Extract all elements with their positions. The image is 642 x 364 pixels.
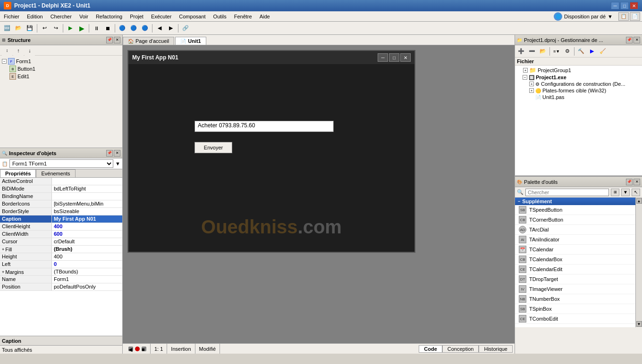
- pm-expand-btn-0[interactable]: +: [523, 68, 528, 73]
- oi-row-margins[interactable]: +Margins (TBounds): [0, 268, 122, 276]
- palette-item-calendaredit[interactable]: CE TCalendarEdit: [515, 265, 635, 274]
- menu-chercher[interactable]: Chercher: [47, 13, 76, 20]
- close-button[interactable]: ✕: [630, 2, 638, 9]
- oi-val-borderstyle[interactable]: bsSizeable: [52, 208, 122, 215]
- back-button[interactable]: ◀: [154, 23, 165, 33]
- palette-controls[interactable]: 📌 ✕: [626, 179, 640, 185]
- form-close-button[interactable]: ✕: [400, 53, 411, 62]
- open-button[interactable]: 📂: [13, 23, 24, 33]
- pm-item-platforms[interactable]: + 🟡 Plates-formes cible (Win32): [516, 87, 641, 94]
- stop-button[interactable]: ⏹: [102, 23, 113, 33]
- form-max-button[interactable]: □: [389, 53, 399, 62]
- oi-val-caption[interactable]: My First App N01: [52, 215, 122, 223]
- pm-controls[interactable]: 📌 ✕: [626, 37, 640, 43]
- menu-refactoring[interactable]: Refactoring: [92, 13, 126, 20]
- pm-expand-btn-2[interactable]: +: [529, 82, 534, 86]
- menu-composant[interactable]: Composant: [175, 13, 209, 20]
- oi-val-name[interactable]: Form1: [52, 276, 122, 283]
- palette-close-button[interactable]: ✕: [634, 179, 640, 185]
- status-tab-conception[interactable]: Conception: [442, 345, 479, 353]
- pm-item-projectgroup[interactable]: + 📁 ProjectGroup1: [516, 66, 641, 74]
- structure-pin-button[interactable]: 📌: [106, 37, 113, 43]
- pm-folder-button[interactable]: 📂: [538, 46, 548, 57]
- status-stop-button[interactable]: ■: [142, 347, 146, 351]
- palette-item-calendarbox[interactable]: CB TCalendarBox: [515, 255, 635, 265]
- oi-val-fill[interactable]: (Brush): [52, 246, 122, 253]
- toolbar-btn2[interactable]: 📄: [630, 12, 640, 21]
- oi-row-activecontrol[interactable]: ActiveControl: [0, 178, 122, 185]
- pm-pin-button[interactable]: 📌: [626, 37, 633, 43]
- palette-item-calendar[interactable]: 📅 TCalendar: [515, 245, 635, 255]
- menu-outils[interactable]: Outils: [210, 13, 230, 20]
- oi-val-clientwidth[interactable]: 600: [52, 231, 122, 238]
- oi-row-height[interactable]: Height 400: [0, 253, 122, 261]
- oi-val-activecontrol[interactable]: [52, 178, 122, 185]
- menu-fenetre[interactable]: Fenêtre: [230, 13, 256, 20]
- oi-val-bidimode[interactable]: bdLeftToRight: [52, 185, 122, 192]
- oi-selector[interactable]: 📋 Form1 TForm1 ▼: [0, 158, 122, 169]
- title-bar-controls[interactable]: ─ □ ✕: [611, 2, 638, 9]
- tab-unit1[interactable]: 📄 Unit1: [175, 37, 206, 45]
- new-button[interactable]: 🆕: [2, 23, 12, 33]
- pause-button[interactable]: ⏸: [91, 23, 101, 33]
- oi-close-button[interactable]: ✕: [114, 150, 120, 157]
- pm-remove-button[interactable]: ➖: [527, 46, 537, 57]
- pm-item-unit1[interactable]: 📄 Unit1.pas: [516, 94, 641, 100]
- tree-item-edit1[interactable]: E Edit1: [2, 73, 120, 80]
- palette-item-comboedit[interactable]: CE TComboEdit: [515, 314, 635, 324]
- oi-val-clientheight[interactable]: 400: [52, 223, 122, 230]
- pm-add-button[interactable]: ➕: [516, 46, 526, 57]
- struct-up-button[interactable]: ↑: [13, 45, 24, 56]
- oi-row-name[interactable]: Name Form1: [0, 276, 122, 283]
- link-button[interactable]: 🔗: [180, 23, 191, 33]
- oi-row-cursor[interactable]: Cursor crDefault: [0, 238, 122, 246]
- scroll-down-button[interactable]: ▼: [636, 321, 642, 327]
- menu-executer[interactable]: Exécuter: [147, 13, 175, 20]
- oi-row-caption[interactable]: Caption My First App N01: [0, 215, 122, 223]
- pm-expand-btn-3[interactable]: +: [529, 88, 534, 93]
- forward-button[interactable]: ▶: [166, 23, 176, 33]
- pm-item-project1[interactable]: − 🔲 Project1.exe: [516, 74, 641, 81]
- form-window-buttons[interactable]: ─ □ ✕: [378, 53, 411, 62]
- maximize-button[interactable]: □: [620, 2, 629, 9]
- oi-val-bordericons[interactable]: [biSystemMenu,biMin: [52, 200, 122, 207]
- palette-item-numberbox[interactable]: NB TNumberBox: [515, 294, 635, 304]
- palette-item-droptarget[interactable]: DT TDropTarget: [515, 274, 635, 284]
- oi-row-bindingname[interactable]: BindingName: [0, 193, 122, 200]
- oi-dropdown-icon[interactable]: ▼: [115, 161, 120, 166]
- palette-pin-button[interactable]: 📌: [626, 179, 633, 185]
- pm-clean-button[interactable]: 🧹: [598, 46, 608, 57]
- oi-row-borderstyle[interactable]: BorderStyle bsSizeable: [0, 208, 122, 215]
- palette-item-spinbox[interactable]: SB TSpinBox: [515, 304, 635, 314]
- oi-row-left[interactable]: Left 0: [0, 261, 122, 268]
- palette-scrollbar[interactable]: ▲ ▼: [635, 198, 642, 327]
- tree-item-button1[interactable]: B Button1: [2, 65, 120, 73]
- oi-row-bordericons[interactable]: BorderIcons [biSystemMenu,biMin: [0, 200, 122, 208]
- pm-item-configs[interactable]: + ⚙ Configurations de construction (De..…: [516, 81, 641, 87]
- status-tab-code[interactable]: Code: [419, 345, 442, 353]
- palette-item-arcdial[interactable]: AD TArcDial: [515, 225, 635, 235]
- oi-val-height[interactable]: 400: [52, 253, 122, 260]
- palette-search-input[interactable]: [525, 189, 609, 196]
- palette-sort-button[interactable]: ⊞: [611, 189, 619, 196]
- debug2-button[interactable]: 🔵: [128, 23, 139, 33]
- toolbar-btn1[interactable]: 📋: [618, 12, 629, 21]
- tab-proprietes[interactable]: Propriétés: [0, 169, 36, 177]
- oi-val-bindingname[interactable]: [52, 193, 122, 200]
- run-button[interactable]: ▶: [76, 23, 87, 33]
- oi-row-fill[interactable]: +Fill (Brush): [0, 246, 122, 253]
- redo-button[interactable]: ↪: [51, 23, 61, 33]
- menu-voir[interactable]: Voir: [76, 13, 92, 20]
- form-edit-control[interactable]: Acheter 0793.89.75.60: [194, 121, 334, 132]
- build-button[interactable]: ▶: [65, 23, 76, 33]
- form-min-button[interactable]: ─: [378, 53, 388, 62]
- form-button-control[interactable]: Envoyer: [194, 142, 232, 153]
- pm-close-button[interactable]: ✕: [634, 37, 640, 43]
- palette-item-speedbutton[interactable]: SB TSpeedButton: [515, 205, 635, 215]
- palette-item-cornerbutton[interactable]: CB TCornerButton: [515, 215, 635, 225]
- oi-controls[interactable]: 📌 ✕: [106, 150, 120, 157]
- oi-val-margins[interactable]: (TBounds): [52, 268, 122, 275]
- status-prev-button[interactable]: ◀: [128, 347, 133, 351]
- menu-edition[interactable]: Edition: [23, 13, 47, 20]
- status-tab-historique[interactable]: Historique: [479, 345, 513, 353]
